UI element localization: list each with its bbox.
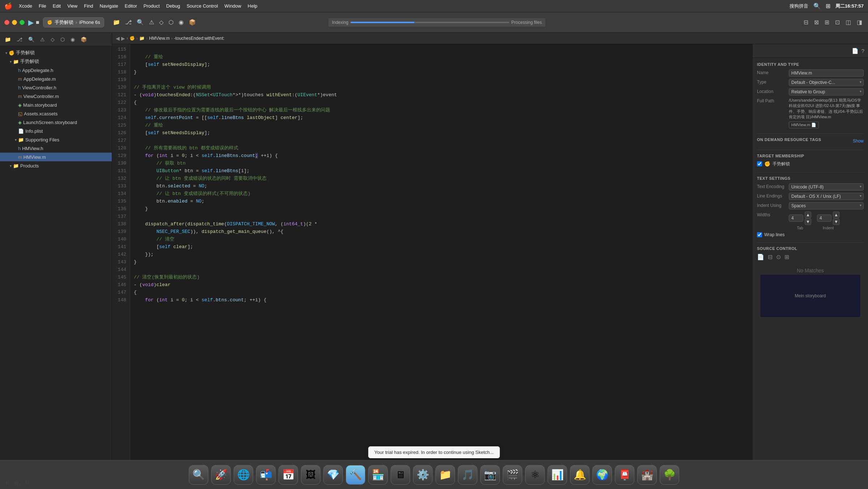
show-button[interactable]: Show (853, 139, 864, 144)
run-button[interactable]: ▶ (28, 18, 34, 27)
location-select[interactable]: Relative to Group (789, 88, 864, 95)
dock-music[interactable]: 🎵 (458, 465, 477, 485)
code-container[interactable]: 115 116 117 118 119 120 121 122 123 124 … (112, 44, 752, 489)
type-select[interactable]: Default - Objective-C... (789, 79, 864, 86)
dock-atom[interactable]: ⚛ (525, 465, 545, 485)
tab-width-input[interactable] (789, 214, 803, 222)
nav-repo-btn[interactable]: 📦 (79, 35, 89, 43)
navigator-toggle-btn[interactable]: ◫ (844, 17, 852, 27)
target-checkbox[interactable] (757, 161, 762, 166)
name-input[interactable] (789, 69, 864, 77)
dock-slack[interactable]: 🔔 (570, 465, 590, 485)
breadcrumb-folder[interactable]: 📁 (139, 36, 145, 41)
breadcrumb-root[interactable]: ✊ (129, 36, 135, 41)
menu-xcode[interactable]: Xcode (19, 3, 32, 9)
dock-mail[interactable]: 📬 (256, 465, 276, 485)
sidebar-item-viewcontroller-h[interactable]: h ViewController.h (0, 83, 112, 92)
fullpath-browse-btn[interactable]: HMView.m 📄 (789, 122, 819, 128)
menu-file[interactable]: File (39, 3, 46, 9)
sidebar-item-products[interactable]: ▾ 📁 Products (0, 161, 112, 170)
indent-select[interactable]: Spaces (789, 202, 864, 209)
layout-toggle-btn[interactable]: ⊡ (834, 17, 841, 27)
stop-button[interactable]: ■ (36, 19, 39, 26)
dock-tower[interactable]: 🏰 (637, 465, 657, 485)
sidebar-item-main-storyboard[interactable]: ◈ Main.storyboard (0, 101, 112, 109)
quick-help-icon[interactable]: ? (861, 48, 864, 54)
sidebar-item-assets[interactable]: ◱ Assets.xcassets (0, 109, 112, 118)
menu-navigate[interactable]: Navigate (99, 3, 118, 9)
sidebar-item-hmview-m[interactable]: m HMView.m (0, 153, 112, 161)
dock-system-prefs[interactable]: ⚙️ (413, 465, 433, 485)
dock-finder[interactable]: 🔍 (189, 465, 208, 485)
dock-launchpad[interactable]: 🚀 (211, 465, 231, 485)
dock-appstore[interactable]: 🏪 (368, 465, 388, 485)
dock-calendar[interactable]: 📅 (278, 465, 298, 485)
editor-version-btn[interactable]: ⊞ (823, 17, 831, 27)
dock-safari[interactable]: 🌐 (234, 465, 253, 485)
nav-repo-icon[interactable]: 📦 (187, 17, 198, 27)
dock-chrome[interactable]: 🌍 (592, 465, 612, 485)
nav-search-btn[interactable]: 🔍 (26, 35, 36, 43)
sidebar-item-hmview-h[interactable]: h HMView.h (0, 144, 112, 153)
menu-debug[interactable]: Debug (166, 3, 180, 9)
menu-editor[interactable]: Editor (125, 3, 137, 9)
dock-vlc[interactable]: 🎬 (503, 465, 522, 485)
dock-xcode[interactable]: 🔨 (346, 465, 365, 485)
sidebar-item-child-group[interactable]: ▾ 📁 手势解锁 (0, 57, 112, 66)
dock-sourcetree[interactable]: 🌳 (660, 465, 679, 485)
menu-product[interactable]: Product (144, 3, 160, 9)
sidebar-item-infoplist[interactable]: 📄 Info.plist (0, 127, 112, 135)
sc-blame-icon[interactable]: ⊞ (784, 254, 789, 260)
close-button[interactable] (4, 20, 9, 25)
search-icon[interactable]: 🔍 (813, 3, 821, 9)
menu-help[interactable]: Help (248, 3, 258, 9)
dock-terminal[interactable]: 🖥 (391, 465, 410, 485)
nav-debug-btn[interactable]: ⬡ (59, 35, 67, 43)
nav-bp-btn[interactable]: ◉ (69, 35, 77, 43)
sidebar-item-viewcontroller-m[interactable]: m ViewController.m (0, 92, 112, 101)
code-lines[interactable]: // 重绘 [self setNeedsDisplay]; } // 手指离开这… (130, 44, 752, 489)
tab-down-btn[interactable]: ▼ (805, 218, 811, 225)
nav-folder-icon[interactable]: 📁 (111, 17, 122, 27)
breadcrumb-method[interactable]: -touchesEnded:withEvent: (174, 36, 224, 41)
dock-photos[interactable]: 🖼 (301, 465, 320, 485)
editor-assistant-btn[interactable]: ⊠ (813, 17, 820, 27)
nav-test-btn[interactable]: ◇ (49, 35, 56, 43)
nav-debug-icon[interactable]: ⬡ (166, 17, 176, 27)
sc-history-icon[interactable]: ⊙ (776, 254, 781, 260)
wrap-checkbox[interactable] (757, 232, 762, 237)
nav-test-icon[interactable]: ◇ (157, 17, 166, 27)
breadcrumb-file[interactable]: HMView.m (149, 36, 170, 41)
menu-edit[interactable]: Edit (53, 3, 61, 9)
scheme-selector[interactable]: ✊ 手势解锁 › iPhone 6s (43, 17, 104, 27)
file-inspector-icon[interactable]: 📄 (852, 48, 859, 54)
sidebar-item-appdelegate-h[interactable]: h AppDelegate.h (0, 66, 112, 75)
sidebar-item-launch-storyboard[interactable]: ◈ LaunchScreen.storyboard (0, 118, 112, 127)
indent-width-input[interactable] (817, 214, 831, 222)
nav-breakpoint-icon[interactable]: ◉ (176, 17, 186, 27)
inspector-toggle-btn[interactable]: ◨ (855, 17, 864, 27)
sidebar-item-supporting-files[interactable]: ▾ 📁 Supporting Files (0, 135, 112, 144)
menu-find[interactable]: Find (84, 3, 93, 9)
maximize-button[interactable] (20, 20, 25, 25)
indent-down-btn[interactable]: ▼ (833, 218, 839, 225)
nav-vcs-icon[interactable]: ⎇ (123, 17, 134, 27)
dock-office[interactable]: 📊 (548, 465, 567, 485)
sidebar-item-appdelegate-m[interactable]: m AppDelegate.m (0, 75, 112, 83)
dock-camera[interactable]: 📷 (480, 465, 500, 485)
sc-diff-icon[interactable]: ⊟ (768, 254, 773, 260)
tab-up-btn[interactable]: ▲ (805, 212, 811, 218)
nav-issues-btn[interactable]: ⚠ (38, 35, 47, 43)
nav-warn-icon[interactable]: ⚠ (147, 17, 156, 27)
menu-source-control[interactable]: Source Control (187, 3, 218, 9)
nav-search-icon[interactable]: 🔍 (135, 17, 146, 27)
apple-menu[interactable]: 🍎 (4, 2, 12, 10)
indent-up-btn[interactable]: ▲ (833, 212, 839, 218)
menu-window[interactable]: Window (225, 3, 241, 9)
dock-sketch[interactable]: 💎 (323, 465, 343, 485)
encoding-select[interactable]: Unicode (UTF-8) (789, 183, 864, 191)
dock-finder2[interactable]: 📁 (435, 465, 455, 485)
editor-standard-btn[interactable]: ⊟ (802, 17, 810, 27)
dock-postman[interactable]: 📮 (615, 465, 634, 485)
nav-folder-btn[interactable]: 📁 (3, 35, 13, 43)
